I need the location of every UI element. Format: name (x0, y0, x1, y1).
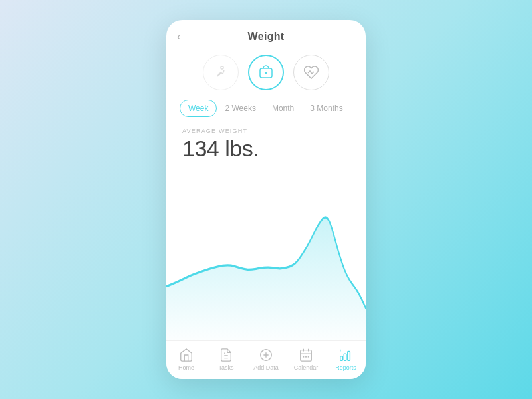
back-button[interactable]: ‹ (177, 31, 180, 43)
svg-rect-17 (344, 354, 346, 360)
svg-rect-13 (303, 356, 304, 358)
nav-reports-label: Reports (335, 364, 356, 371)
tab-month[interactable]: Month (264, 100, 302, 116)
page-title: Weight (248, 31, 285, 43)
weight-chart (166, 167, 366, 340)
weight-icon-button[interactable] (248, 55, 284, 90)
activity-icon-button[interactable] (203, 55, 239, 90)
svg-rect-18 (348, 352, 350, 361)
tab-2weeks[interactable]: 2 Weeks (217, 100, 263, 116)
nav-calendar-label: Calendar (294, 364, 319, 371)
svg-point-0 (221, 66, 223, 69)
stats-value: 134 lbs. (182, 136, 350, 162)
header: ‹ Weight (166, 20, 366, 49)
nav-home[interactable]: Home (170, 348, 202, 371)
bottom-nav: Home Tasks Add Data (166, 340, 366, 379)
heart-rate-icon-button[interactable] (293, 55, 329, 90)
nav-add-data-label: Add Data (253, 364, 279, 371)
svg-rect-9 (301, 350, 312, 362)
category-icon-row (166, 49, 366, 100)
nav-add-data[interactable]: Add Data (250, 348, 282, 371)
stats-label: AVERAGE WEIGHT (182, 128, 350, 134)
svg-rect-16 (340, 356, 343, 360)
svg-rect-15 (308, 356, 309, 358)
nav-reports[interactable]: Reports (330, 348, 362, 371)
phone-card: ‹ Weight (166, 20, 366, 379)
nav-tasks[interactable]: Tasks (210, 348, 242, 371)
tab-3months[interactable]: 3 Months (302, 100, 350, 116)
nav-tasks-label: Tasks (218, 364, 233, 371)
svg-rect-14 (305, 356, 307, 358)
stats-section: AVERAGE WEIGHT 134 lbs. (166, 125, 366, 167)
nav-calendar[interactable]: Calendar (290, 348, 322, 371)
tab-week[interactable]: Week (180, 100, 217, 117)
nav-home-label: Home (178, 364, 194, 371)
time-filter-tabs: Week 2 Weeks Month 3 Months (166, 100, 366, 125)
